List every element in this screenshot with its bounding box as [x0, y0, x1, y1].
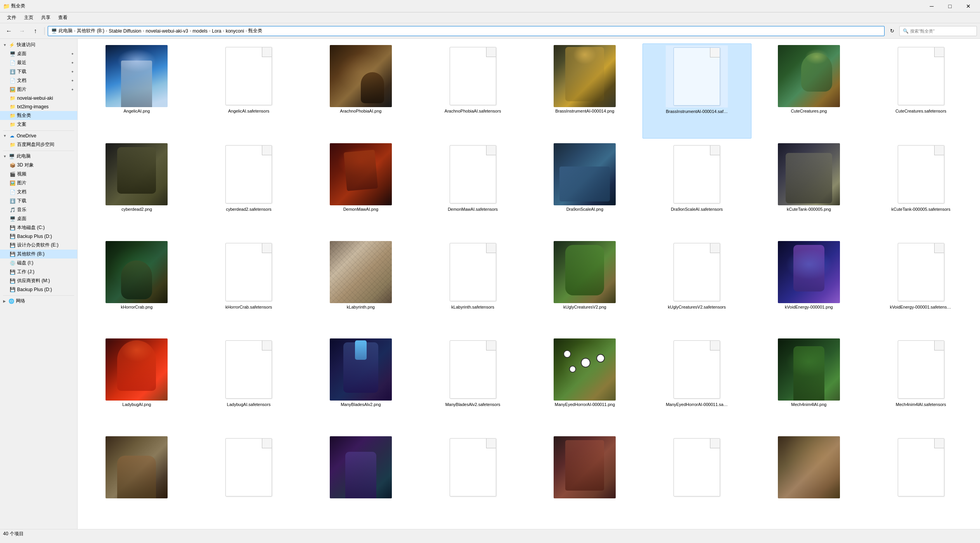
path-segment-sd[interactable]: Stable Diffusion: [109, 28, 141, 34]
file-item[interactable]: Dra9onScaleAI.png: [530, 142, 639, 236]
sidebar-baidu-sync[interactable]: 📁 百度网盘同步空间: [0, 140, 77, 149]
file-item[interactable]: BrassInstrumentAI-000014.png: [530, 43, 639, 139]
file-item[interactable]: Mech4nim4lAI.png: [755, 337, 864, 431]
back-button[interactable]: ←: [3, 25, 15, 37]
file-item[interactable]: AngelicAI.safetensors: [194, 43, 303, 139]
sidebar-item-recent[interactable]: 📄 最近 ✦: [0, 58, 77, 67]
file-item[interactable]: cyberdead2.png: [82, 142, 191, 236]
sidebar-drive-i[interactable]: 💿 磁盘 (I:): [0, 258, 77, 267]
sidebar-desktop[interactable]: 🖥️ 桌面: [0, 214, 77, 223]
sidebar-drive-b[interactable]: 💾 其他软件 (B:): [0, 250, 77, 258]
file-item[interactable]: Dra9onScaleAI.safetensors: [642, 142, 751, 236]
file-item[interactable]: kLabyrinth.safetensors: [418, 239, 527, 334]
file-item[interactable]: [82, 435, 191, 524]
sidebar-item-zhengquanlei[interactable]: 📁 甄全类: [0, 111, 77, 120]
path-segment-models[interactable]: models: [192, 28, 208, 34]
file-thumbnail: [554, 143, 616, 205]
file-item[interactable]: kCuteTank-000005.safetensors: [866, 142, 975, 236]
file-item[interactable]: [755, 435, 864, 524]
sidebar-onedrive[interactable]: ▼ ☁ OneDrive: [0, 132, 77, 140]
sidebar-item-download[interactable]: ⬇️ 下载 ✦: [0, 67, 77, 76]
folder-wenan-icon: 📁: [9, 121, 16, 128]
sidebar-item-docs[interactable]: 📄 文档 ✦: [0, 76, 77, 85]
sidebar-documents[interactable]: 📄 文档: [0, 187, 77, 196]
file-thumbnail: [106, 338, 168, 401]
file-item[interactable]: ManyEyedHorrorAI-000011.png: [530, 337, 639, 431]
file-item[interactable]: DemonMawAI.png: [306, 142, 416, 236]
sidebar-item-wenan[interactable]: 📁 文案: [0, 120, 77, 129]
file-item[interactable]: DemonMawAI.safetensors: [418, 142, 527, 236]
file-item[interactable]: kVoidEnergy-000001.png: [755, 239, 864, 334]
file-item[interactable]: [418, 435, 527, 524]
sidebar-item-txt2img[interactable]: 📁 txt2img-images: [0, 102, 77, 111]
path-segment-b[interactable]: 其他软件 (B:): [77, 28, 104, 34]
file-item[interactable]: kLabyrinth.png: [306, 239, 416, 334]
forward-button[interactable]: →: [16, 25, 28, 37]
file-item[interactable]: [530, 435, 639, 524]
sidebar-item-novelai[interactable]: 📁 novelai-webui-aki: [0, 94, 77, 102]
maximize-button[interactable]: □: [941, 0, 959, 12]
file-name: CuteCreatures.png: [791, 109, 827, 113]
path-segment-konyconi[interactable]: konyconi: [226, 28, 244, 34]
file-item[interactable]: kHorrorCrab.safetensors: [194, 239, 303, 334]
sidebar-downloads[interactable]: ⬇️ 下载: [0, 196, 77, 205]
sidebar-pictures[interactable]: 🖼️ 图片: [0, 179, 77, 187]
sidebar-video[interactable]: 🎬 视频: [0, 170, 77, 179]
file-item[interactable]: kUglyCreaturesV2.png: [530, 239, 639, 334]
blank-doc: [225, 243, 272, 301]
up-button[interactable]: ↑: [29, 25, 41, 37]
sidebar-thispc-header[interactable]: ▼ 🖥️ 此电脑: [0, 152, 77, 161]
sidebar-item-desktop[interactable]: 🖥️ 桌面 ✦: [0, 49, 77, 58]
sidebar-3d-objects[interactable]: 📦 3D 对象: [0, 161, 77, 170]
drive-i-icon: 💿: [9, 260, 16, 266]
search-input[interactable]: [910, 29, 964, 33]
file-item[interactable]: LadybugAI.png: [82, 337, 191, 431]
minimize-button[interactable]: ─: [923, 0, 940, 12]
file-item[interactable]: BrassInstrumentAI-000014.safetensors: [642, 43, 751, 139]
file-item[interactable]: kCuteTank-000005.png: [755, 142, 864, 236]
address-path[interactable]: 🖥️ 此电脑 › 其他软件 (B:) › Stable Diffusion › …: [48, 26, 885, 36]
file-item[interactable]: cyberdead2.safetensors: [194, 142, 303, 236]
file-item[interactable]: [194, 435, 303, 524]
file-item[interactable]: ManyBladesAlv2.safetensors: [418, 337, 527, 431]
sidebar-drive-m[interactable]: 💾 供应商资料 (M:): [0, 276, 77, 285]
sidebar-network[interactable]: ▶ 🌐 网络: [0, 297, 77, 305]
file-item[interactable]: [642, 435, 751, 524]
menu-home[interactable]: 主页: [20, 13, 37, 23]
file-name: kLabyrinth.png: [347, 305, 375, 309]
file-item[interactable]: kHorrorCrab.png: [82, 239, 191, 334]
file-item[interactable]: Mech4nim4lAI.safetensors: [866, 337, 975, 431]
file-item[interactable]: LadybugAI.safetensors: [194, 337, 303, 431]
menu-file[interactable]: 文件: [3, 13, 20, 23]
file-item[interactable]: [866, 435, 975, 524]
sidebar-item-pics[interactable]: 🖼️ 图片 ✦: [0, 85, 77, 94]
sidebar-backup-d2[interactable]: 💾 Backup Plus (D:): [0, 285, 77, 294]
file-item[interactable]: [306, 435, 416, 524]
file-item[interactable]: ArachnoPhobiaAI.safetensors: [418, 43, 527, 139]
file-item[interactable]: ManyBladesAlv2.png: [306, 337, 416, 431]
sidebar-music[interactable]: 🎵 音乐: [0, 205, 77, 214]
sidebar-drive-c[interactable]: 💾 本地磁盘 (C:): [0, 223, 77, 232]
file-item[interactable]: CuteCreatures.png: [755, 43, 864, 139]
refresh-button[interactable]: ↻: [886, 25, 898, 37]
file-name: AngelicAI.safetensors: [228, 109, 269, 113]
file-name: kUglyCreaturesV2.png: [563, 305, 606, 309]
sidebar-drive-j[interactable]: 💾 工作 (J:): [0, 267, 77, 276]
path-segment-lora[interactable]: Lora: [212, 28, 221, 34]
file-item[interactable]: CuteCreatures.safetensors: [866, 43, 975, 139]
file-item[interactable]: kVoidEnergy-000001.safetensors: [866, 239, 975, 334]
path-segment-thispc[interactable]: 此电脑: [59, 28, 73, 34]
close-button[interactable]: ✕: [959, 0, 977, 12]
menu-view[interactable]: 查看: [54, 13, 71, 23]
file-item[interactable]: AngelicAI.png: [82, 43, 191, 139]
file-item[interactable]: ArachnoPhobiaAI.png: [306, 43, 416, 139]
sidebar-quick-access-header[interactable]: ▼ ⚡ 快速访问: [0, 40, 77, 49]
search-box[interactable]: 🔍: [899, 26, 977, 36]
file-item[interactable]: ManyEyedHorrorAI-000011.safetensors: [642, 337, 751, 431]
menu-share[interactable]: 共享: [37, 13, 54, 23]
sidebar-drive-e[interactable]: 💾 设计办公类软件 (E:): [0, 241, 77, 250]
path-segment-novelai[interactable]: novelai-webui-aki-v3: [146, 28, 188, 34]
sidebar-backup-d[interactable]: 💾 Backup Plus (D:): [0, 232, 77, 241]
file-item[interactable]: kUglyCreaturesV2.safetensors: [642, 239, 751, 334]
path-segment-current[interactable]: 甄全类: [248, 28, 262, 34]
